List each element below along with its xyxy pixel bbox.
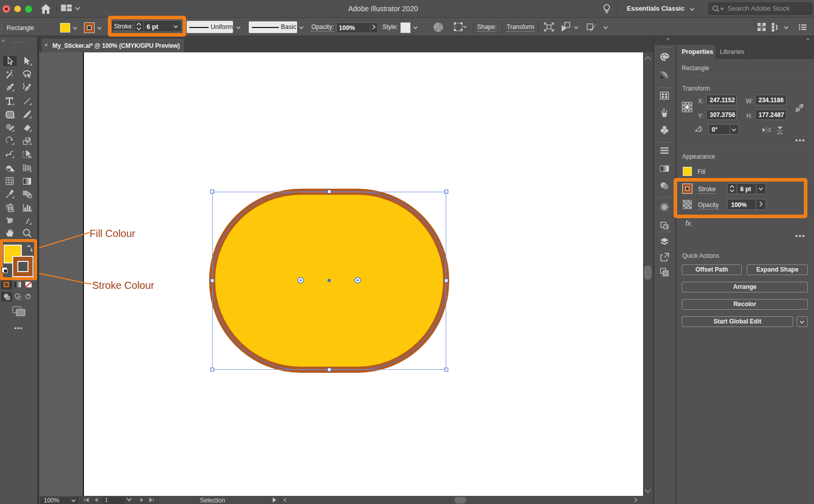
svg-text:Stroke Colour: Stroke Colour [92, 280, 155, 291]
svg-text:Fill Colour: Fill Colour [90, 228, 135, 239]
svg-text:1: 1 [105, 497, 108, 502]
